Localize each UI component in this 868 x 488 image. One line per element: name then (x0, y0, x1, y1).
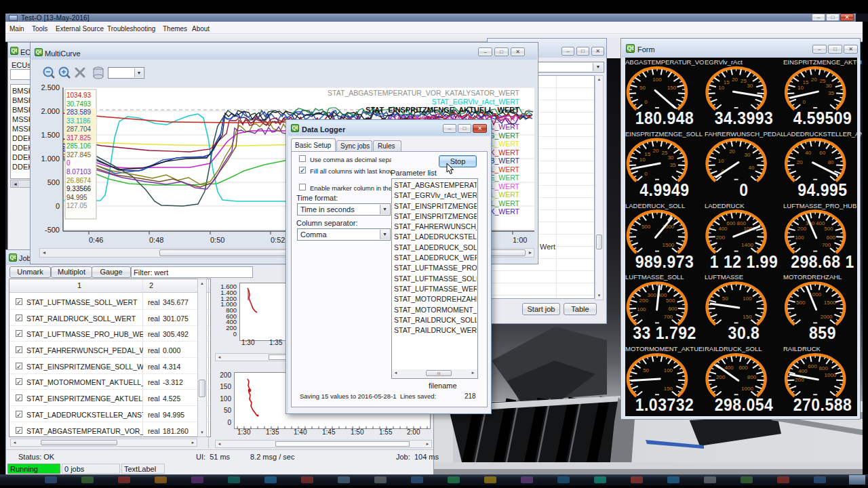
svg-text:STAT_EINSPRITZMENGE_AKTUELL_WE: STAT_EINSPRITZMENGE_AKTUELL_WERT (366, 106, 519, 114)
svg-text:25: 25 (661, 150, 667, 156)
svg-text:30: 30 (826, 83, 832, 89)
svg-text:35: 35 (828, 90, 834, 96)
svg-text:60: 60 (819, 150, 825, 156)
svg-text:30.7493: 30.7493 (66, 100, 92, 108)
svg-text:600: 600 (738, 365, 748, 371)
svg-text:500: 500 (666, 298, 675, 304)
svg-text:50: 50 (643, 367, 649, 373)
svg-text:287.704: 287.704 (66, 125, 92, 133)
svg-text:200: 200 (797, 226, 807, 232)
svg-text:800: 800 (747, 374, 757, 380)
svg-text:100: 100 (637, 306, 646, 312)
svg-text:400: 400 (798, 368, 808, 374)
svg-text:10: 10 (797, 85, 804, 91)
svg-text:300: 300 (648, 292, 657, 298)
svg-text:STAT_ABGASTEMPERATUR_VOR_KATAL: STAT_ABGASTEMPERATUR_VOR_KATALYSATOR_WER… (328, 89, 520, 97)
svg-text:200: 200 (795, 377, 804, 383)
svg-text:0: 0 (66, 159, 71, 167)
svg-text:33.1186: 33.1186 (66, 117, 91, 125)
svg-text:10: 10 (639, 157, 646, 163)
svg-text:317.825: 317.825 (66, 134, 92, 142)
svg-text:700: 700 (664, 314, 673, 320)
svg-text:400: 400 (724, 365, 734, 371)
svg-text:100: 100 (652, 77, 662, 83)
svg-text:0: 0 (644, 171, 648, 177)
svg-text:10: 10 (718, 158, 724, 164)
svg-text:100: 100 (743, 296, 752, 302)
svg-text:500: 500 (824, 226, 833, 232)
svg-text:94.995: 94.995 (66, 194, 87, 201)
svg-text:283.589: 283.589 (66, 108, 92, 116)
svg-text:500: 500 (642, 224, 651, 230)
svg-text:8.07103: 8.07103 (66, 168, 92, 176)
svg-text:1034.93: 1034.93 (66, 92, 92, 99)
svg-text:30: 30 (668, 155, 674, 161)
svg-text:15: 15 (802, 79, 808, 85)
svg-text:STAT_EGRVlv_rAct_WERT: STAT_EGRVlv_rAct_WERT (432, 98, 520, 106)
svg-text:100: 100 (664, 367, 673, 373)
svg-text:1500: 1500 (824, 300, 836, 306)
svg-text:35: 35 (670, 162, 676, 168)
svg-text:285.106: 285.106 (66, 142, 92, 150)
svg-text:20: 20 (732, 77, 738, 83)
svg-text:40: 40 (749, 165, 755, 171)
svg-text:400: 400 (718, 226, 728, 232)
svg-text:25: 25 (820, 78, 826, 84)
svg-text:1400: 1400 (741, 242, 753, 248)
svg-text:100: 100 (795, 235, 804, 241)
svg-text:15: 15 (724, 79, 730, 85)
svg-text:50: 50 (722, 296, 728, 302)
svg-text:20: 20 (797, 159, 803, 165)
svg-text:600: 600 (808, 363, 817, 369)
svg-text:20: 20 (811, 77, 817, 83)
svg-text:200: 200 (716, 235, 726, 241)
svg-text:200: 200 (716, 374, 726, 380)
svg-text:40: 40 (805, 150, 811, 156)
svg-text:15: 15 (644, 151, 650, 157)
svg-text:600: 600 (668, 306, 677, 312)
svg-text:2000: 2000 (821, 314, 833, 320)
svg-text:200: 200 (639, 298, 649, 304)
svg-text:150: 150 (743, 314, 752, 320)
svg-text:127.05: 127.05 (66, 202, 87, 209)
svg-text:9.33566: 9.33566 (66, 185, 92, 192)
svg-text:20: 20 (729, 148, 735, 155)
svg-text:1000: 1000 (741, 386, 753, 392)
svg-text:150: 150 (667, 85, 677, 91)
svg-text:327.845: 327.845 (66, 151, 92, 159)
svg-text:30: 30 (747, 83, 753, 89)
svg-text:1000: 1000 (825, 372, 837, 378)
svg-text:0: 0 (644, 99, 648, 105)
svg-text:150: 150 (664, 386, 673, 392)
svg-text:20: 20 (653, 148, 659, 154)
svg-text:700: 700 (822, 242, 831, 248)
svg-text:1500: 1500 (663, 242, 675, 248)
svg-text:600: 600 (726, 220, 736, 226)
svg-text:30: 30 (745, 152, 751, 158)
svg-text:50: 50 (639, 85, 646, 91)
svg-text:10: 10 (718, 85, 724, 91)
svg-text:500: 500 (796, 300, 806, 306)
svg-text:26.8674: 26.8674 (66, 177, 92, 184)
svg-text:800: 800 (819, 365, 829, 371)
svg-text:25: 25 (741, 78, 747, 84)
svg-text:600: 600 (827, 235, 836, 241)
svg-text:0: 0 (803, 99, 806, 105)
svg-text:80: 80 (828, 159, 834, 165)
